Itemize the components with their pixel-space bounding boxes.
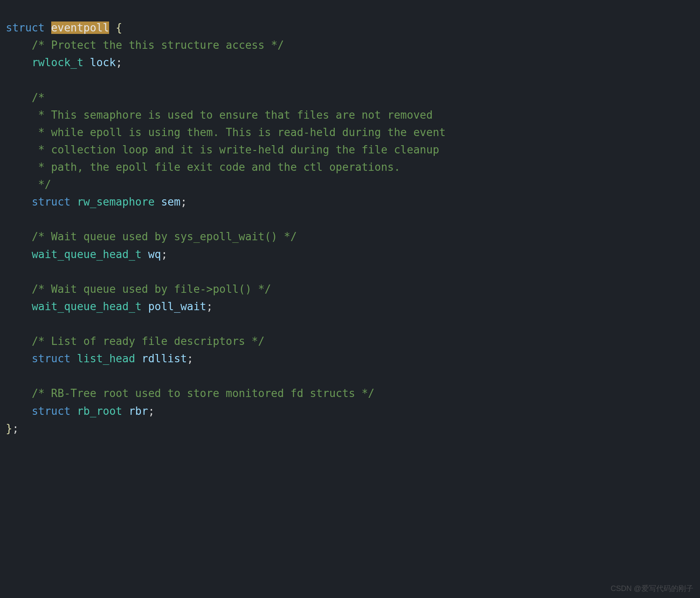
semicolon: ; bbox=[12, 422, 19, 435]
code-line-lock: rwlock_t lock; bbox=[6, 54, 694, 71]
comment: * while epoll is using them. This is rea… bbox=[32, 126, 446, 139]
semicolon: ; bbox=[187, 352, 193, 365]
empty-line bbox=[6, 315, 694, 332]
code-line-comment2-close: */ bbox=[6, 176, 694, 193]
comment: */ bbox=[32, 178, 51, 191]
identifier-pollwait: poll_wait bbox=[142, 300, 207, 313]
empty-line bbox=[6, 263, 694, 280]
code-line-comment1: /* Protect the this structure access */ bbox=[6, 36, 694, 54]
identifier-wq: wq bbox=[142, 248, 161, 261]
code-line-comment4: /* Wait queue used by file->poll() */ bbox=[6, 280, 694, 298]
code-line-comment3: /* Wait queue used by sys_epoll_wait() *… bbox=[6, 228, 694, 245]
code-line-sem: struct rw_semaphore sem; bbox=[6, 193, 694, 210]
code-line-wq: wait_queue_head_t wq; bbox=[6, 246, 694, 263]
code-line-comment2-l1: * This semaphore is used to ensure that … bbox=[6, 106, 694, 124]
code-line-1: struct eventpoll { bbox=[6, 19, 694, 36]
comment: /* Protect the this structure access */ bbox=[32, 39, 284, 51]
empty-line bbox=[6, 210, 694, 228]
comment: /* Wait queue used by sys_epoll_wait() *… bbox=[32, 230, 297, 243]
comment: * This semaphore is used to ensure that … bbox=[32, 109, 433, 121]
semicolon: ; bbox=[116, 56, 122, 69]
code-line-comment2-l2: * while epoll is using them. This is rea… bbox=[6, 124, 694, 141]
code-pre: struct eventpoll { /* Protect the this s… bbox=[6, 19, 694, 437]
semicolon: ; bbox=[148, 405, 155, 417]
highlighted-identifier: eventpoll bbox=[51, 22, 110, 34]
identifier-rbr: rbr bbox=[122, 405, 148, 417]
identifier-lock: lock bbox=[83, 56, 116, 69]
brace-open: { bbox=[109, 22, 122, 34]
code-line-rbr: struct rb_root rbr; bbox=[6, 402, 694, 420]
comment: /* Wait queue used by file->poll() */ bbox=[32, 283, 271, 295]
comment: * collection loop and it is write-held d… bbox=[32, 144, 439, 156]
keyword-struct: struct bbox=[6, 22, 45, 34]
identifier-rdllist: rdllist bbox=[135, 352, 187, 365]
code-line-comment2-l4: * path, the epoll file exit code and the… bbox=[6, 158, 694, 176]
type-waitqueue: wait_queue_head_t bbox=[32, 248, 142, 261]
comment: * path, the epoll file exit code and the… bbox=[32, 161, 400, 173]
semicolon: ; bbox=[161, 248, 168, 261]
type-rbroot: rb_root bbox=[71, 405, 122, 417]
code-line-comment2-l3: * collection loop and it is write-held d… bbox=[6, 141, 694, 158]
keyword-struct: struct bbox=[32, 405, 71, 417]
code-line-rdllist: struct list_head rdllist; bbox=[6, 350, 694, 367]
code-line-pollwait: wait_queue_head_t poll_wait; bbox=[6, 298, 694, 315]
type-rwlock: rwlock_t bbox=[32, 56, 83, 69]
type-listhead: list_head bbox=[71, 352, 136, 365]
keyword-struct: struct bbox=[32, 196, 71, 208]
comment: /* List of ready file descriptors */ bbox=[32, 335, 265, 347]
empty-line bbox=[6, 71, 694, 89]
code-line-comment5: /* List of ready file descriptors */ bbox=[6, 332, 694, 350]
identifier-sem: sem bbox=[155, 196, 181, 208]
comment: /* bbox=[32, 91, 45, 104]
brace-close: } bbox=[6, 422, 12, 435]
semicolon: ; bbox=[181, 196, 187, 208]
type-waitqueue: wait_queue_head_t bbox=[32, 300, 142, 313]
code-line-comment6: /* RB-Tree root used to store monitored … bbox=[6, 385, 694, 402]
code-block: struct eventpoll { /* Protect the this s… bbox=[0, 0, 700, 456]
keyword-struct: struct bbox=[32, 352, 71, 365]
comment: /* RB-Tree root used to store monitored … bbox=[32, 387, 375, 399]
semicolon: ; bbox=[206, 300, 213, 313]
code-line-comment2-open: /* bbox=[6, 89, 694, 106]
empty-line bbox=[6, 367, 694, 385]
code-line-close: }; bbox=[6, 420, 694, 437]
watermark-text: CSDN @爱写代码的刚子 bbox=[611, 583, 693, 595]
type-rwsemaphore: rw_semaphore bbox=[71, 196, 155, 208]
